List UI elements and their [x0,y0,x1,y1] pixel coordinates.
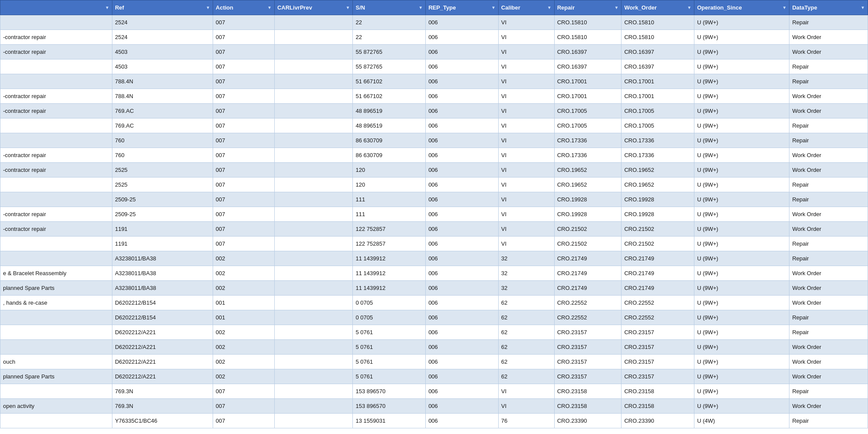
cell-data_type: Repair [789,118,868,133]
cell-action_label: -contractor repair [0,222,112,237]
col-header-dt[interactable]: DataType ▼ [789,0,868,15]
table-row: open activity769.3N007153 896570006VICRO… [0,399,868,414]
cell-operation_since: U (9W+) [694,207,789,222]
cell-data_type: Work Order [789,207,868,222]
cell-action: 007 [213,207,275,222]
cell-operation_since: U (9W+) [694,384,789,399]
cell-action_label [0,15,112,30]
cell-action: 007 [213,104,275,118]
table-row: -contractor repair1191007122 752857006VI… [0,222,868,237]
col-header-action-label[interactable]: ▼ [0,0,112,15]
cell-repair: CRO.21502 [554,237,621,251]
col-header-sn[interactable]: S/N ▼ [353,0,426,15]
filter-icon-wo[interactable]: ▼ [687,5,691,10]
filter-icon-ops[interactable]: ▼ [782,5,786,10]
col-header-repair[interactable]: Repair ▼ [554,0,621,15]
filter-icon-caliber[interactable]: ▼ [547,5,552,10]
cell-ref: 760 [112,148,213,163]
cell-operation_since: U (9W+) [694,281,789,296]
cell-repair: CRO.23157 [554,325,621,340]
cell-action_label [0,118,112,133]
cell-repair: CRO.16397 [554,45,621,59]
cell-rep_type: 006 [426,74,499,89]
cell-carliv [274,414,353,428]
cell-repair: CRO.17336 [554,133,621,148]
col-header-rep[interactable]: REP_Type ▼ [426,0,499,15]
col-header-wo[interactable]: Work_Order ▼ [621,0,694,15]
filter-icon-sn[interactable]: ▼ [418,5,423,10]
table-row: 769.3N007153 896570006VICRO.23158CRO.231… [0,384,868,399]
cell-carliv [274,59,353,74]
filter-icon-action[interactable]: ▼ [267,5,272,10]
cell-work_order: CRO.23158 [621,384,694,399]
cell-caliber: VI [498,89,554,104]
cell-data_type: Work Order [789,266,868,281]
cell-ref: D6202212/A221 [112,340,213,355]
cell-action: 002 [213,369,275,384]
cell-repair: CRO.21749 [554,281,621,296]
table-row: A3238011/BA3800211 143991200632CRO.21749… [0,251,868,266]
cell-carliv [274,237,353,251]
cell-caliber: VI [498,133,554,148]
cell-rep_type: 006 [426,118,499,133]
cell-data_type: Repair [789,237,868,251]
cell-carliv [274,133,353,148]
filter-icon-rep[interactable]: ▼ [491,5,496,10]
col-header-ref[interactable]: Ref ▼ [112,0,213,15]
cell-repair: CRO.17336 [554,148,621,163]
cell-action: 007 [213,384,275,399]
cell-rep_type: 006 [426,163,499,178]
cell-action: 002 [213,251,275,266]
cell-repair: CRO.23158 [554,399,621,414]
cell-data_type: Repair [789,192,868,207]
cell-caliber: VI [498,118,554,133]
cell-carliv [274,355,353,369]
cell-operation_since: U (9W+) [694,89,789,104]
col-header-action[interactable]: Action ▼ [213,0,275,15]
cell-sn: 0 0705 [353,296,426,310]
filter-icon-action-label[interactable]: ▼ [105,5,109,10]
cell-action: 007 [213,45,275,59]
cell-work_order: CRO.21502 [621,237,694,251]
filter-icon-carliv[interactable]: ▼ [346,5,350,10]
cell-action: 007 [213,414,275,428]
cell-ref: D6202212/A221 [112,355,213,369]
filter-icon-dt[interactable]: ▼ [861,5,865,10]
cell-rep_type: 006 [426,310,499,325]
col-header-caliber[interactable]: Caliber ▼ [498,0,554,15]
cell-carliv [274,251,353,266]
cell-action_label: -contractor repair [0,30,112,45]
cell-action: 007 [213,237,275,251]
cell-rep_type: 006 [426,399,499,414]
cell-rep_type: 006 [426,296,499,310]
table-row: D6202212/B1540010 070500662CRO.22552CRO.… [0,310,868,325]
cell-rep_type: 006 [426,222,499,237]
filter-icon-repair[interactable]: ▼ [615,5,619,10]
cell-rep_type: 006 [426,59,499,74]
col-header-ops[interactable]: Operation_Since ▼ [694,0,789,15]
table-row: -contractor repair788.4N00751 667102006V… [0,89,868,104]
filter-icon-ref[interactable]: ▼ [206,5,210,10]
cell-caliber: 62 [498,296,554,310]
cell-data_type: Work Order [789,399,868,414]
cell-action_label [0,74,112,89]
col-header-carliv[interactable]: CARLivrPrev ▼ [274,0,353,15]
cell-rep_type: 006 [426,369,499,384]
cell-action: 007 [213,163,275,178]
cell-data_type: Work Order [789,296,868,310]
cell-ref: 769.3N [112,399,213,414]
cell-caliber: VI [498,74,554,89]
cell-rep_type: 006 [426,251,499,266]
cell-action_label [0,414,112,428]
cell-rep_type: 006 [426,89,499,104]
cell-rep_type: 006 [426,281,499,296]
cell-caliber: VI [498,207,554,222]
cell-data_type: Work Order [789,163,868,178]
cell-carliv [274,281,353,296]
cell-operation_since: U (9W+) [694,192,789,207]
table-row: Y76335C1/BC4600713 155903100676CRO.23390… [0,414,868,428]
cell-action: 002 [213,325,275,340]
cell-action_label: -contractor repair [0,207,112,222]
cell-rep_type: 006 [426,355,499,369]
cell-work_order: CRO.17336 [621,148,694,163]
